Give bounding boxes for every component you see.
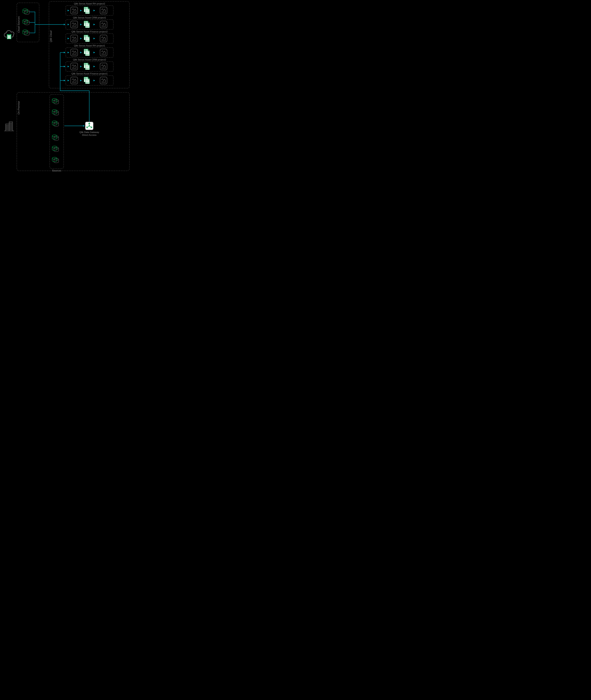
on-premise-label: On-Premise: [17, 101, 20, 115]
svg-text:Qlik Sense Asset Finance proje: Qlik Sense Asset Finance project2: [71, 31, 108, 33]
database-icon: [52, 121, 59, 126]
on-premise-box: [17, 93, 129, 171]
asset-4: Qlik Sense Asset CRM project2: [66, 58, 113, 71]
qlik-cloud-label: Qlik Cloud: [50, 31, 52, 42]
svg-text:Qlik Sense Asset RH project1: Qlik Sense Asset RH project1: [74, 44, 105, 47]
sources-label: Sources: [52, 169, 61, 172]
database-icon: [23, 9, 29, 14]
cloud-sources-label: Cloud Sources: [17, 16, 20, 33]
architecture-diagram: QV QVD Cloud Sources Qlik Cloud Qlik Sen…: [0, 0, 134, 174]
building-icon: [4, 122, 14, 131]
connector-cloud: [29, 12, 65, 33]
database-icon: [23, 30, 29, 36]
svg-text:Qlik Sense Asset RH project2: Qlik Sense Asset RH project2: [74, 2, 105, 5]
database-icon: [52, 135, 59, 140]
svg-point-42: [89, 125, 90, 126]
svg-point-22: [7, 34, 11, 36]
svg-text:Qlik Sense Asset CRM project1: Qlik Sense Asset CRM project1: [73, 16, 106, 19]
database-icon: [52, 99, 59, 104]
asset-2: Qlik Sense Asset Finance project2: [66, 31, 113, 43]
svg-text:Qlik Sense Asset CRM project2: Qlik Sense Asset CRM project2: [73, 58, 106, 61]
asset-5: Qlik Sense Asset Finance project1: [66, 72, 113, 85]
gateway-icon: [85, 122, 93, 130]
connector-gateway-cloud: [60, 52, 89, 121]
cloud-icon: [4, 31, 14, 39]
database-icon: [23, 19, 29, 25]
svg-text:Qlik Sense Asset Finance proje: Qlik Sense Asset Finance project1: [71, 72, 108, 75]
database-icon: [52, 146, 59, 152]
gateway-label-1: Qlik Data Gateway: [79, 131, 99, 133]
database-icon: [52, 157, 59, 163]
asset-1: Qlik Sense Asset CRM project1: [66, 16, 113, 30]
gateway-label-2: Direct Access: [82, 134, 96, 136]
database-icon: [52, 110, 59, 115]
asset-0: Qlik Sense Asset RH project2: [66, 2, 113, 15]
asset-3: Qlik Sense Asset RH project1: [66, 44, 113, 57]
